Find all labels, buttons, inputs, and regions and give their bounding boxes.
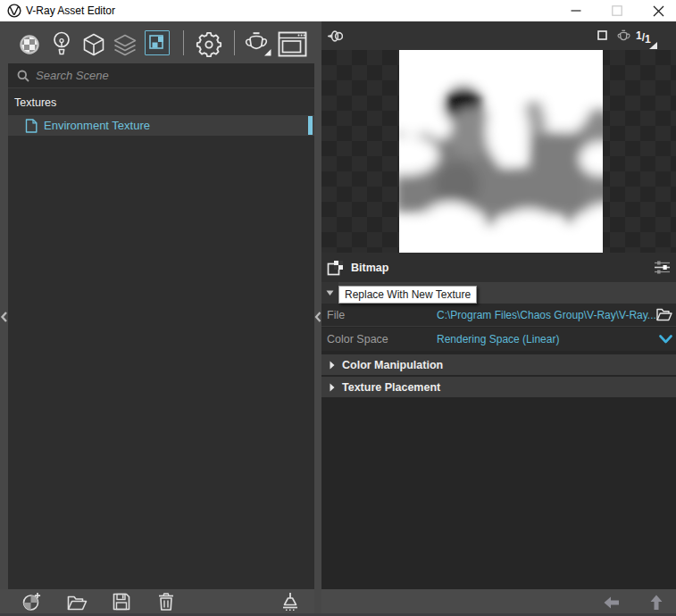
titlebar: V-Ray Asset Editor xyxy=(0,0,676,21)
file-row: File C:\Program Files\Chaos Group\V-Ray\… xyxy=(321,304,676,327)
maximize-button[interactable] xyxy=(604,0,630,21)
tooltip: Replace With New Texture xyxy=(338,286,477,304)
asset-label: Environment Texture xyxy=(44,119,150,132)
browse-folder-icon[interactable] xyxy=(656,308,672,321)
color-space-row: Color Space Rendering Space (Linear) xyxy=(321,328,676,351)
textures-icon xyxy=(148,34,166,52)
section-title: Color Manipulation xyxy=(342,359,443,371)
search-bar[interactable] xyxy=(8,63,314,88)
bitmap-icon xyxy=(326,258,346,278)
preview-teapot-icon[interactable] xyxy=(615,29,632,42)
dropdown-arrow-icon xyxy=(326,290,334,296)
toolbar-separator xyxy=(234,30,235,55)
asset-row-environment-texture[interactable]: Environment Texture xyxy=(8,115,314,136)
section-color-manipulation[interactable]: Color Manipulation xyxy=(321,354,676,375)
bitmap-title: Bitmap xyxy=(351,262,388,274)
purge-broom-icon[interactable] xyxy=(281,592,299,612)
geometry-icon[interactable] xyxy=(82,33,105,56)
lights-icon[interactable] xyxy=(52,31,71,55)
texture-preview-area xyxy=(321,50,676,253)
asset-toolbar xyxy=(0,21,314,63)
vray-asset-editor-window: V-Ray Asset Editor xyxy=(0,0,676,616)
collapse-left-panel-strip[interactable] xyxy=(0,63,8,589)
textures-tab[interactable] xyxy=(145,30,170,55)
layers-icon[interactable] xyxy=(113,34,138,56)
bitmap-header: Bitmap xyxy=(321,253,676,282)
navigation-footer xyxy=(321,589,676,616)
expand-triangle-icon xyxy=(330,383,335,392)
materials-icon[interactable] xyxy=(19,34,40,55)
add-asset-icon[interactable] xyxy=(22,592,42,612)
texture-slot-dropdown-button[interactable] xyxy=(321,282,338,304)
selection-indicator xyxy=(308,116,313,135)
window-title: V-Ray Asset Editor xyxy=(26,4,115,17)
textures-group-header[interactable]: Textures xyxy=(8,89,314,115)
back-arrow-icon[interactable] xyxy=(604,596,619,609)
texture-preview-image[interactable] xyxy=(399,50,603,253)
maximize-icon xyxy=(612,5,622,16)
file-label: File xyxy=(327,309,345,321)
close-icon xyxy=(653,5,664,17)
texture-file-icon xyxy=(25,119,38,133)
search-input[interactable] xyxy=(36,69,286,82)
asset-list: Textures Environment Texture xyxy=(8,63,314,589)
asset-footer-toolbar xyxy=(0,589,314,616)
search-icon xyxy=(17,70,29,82)
collapse-left-chevron-icon xyxy=(0,311,8,323)
section-texture-placement[interactable]: Texture Placement xyxy=(321,377,676,397)
up-arrow-icon[interactable] xyxy=(650,595,663,610)
settings-icon[interactable] xyxy=(196,31,222,58)
vray-logo-icon xyxy=(7,4,21,18)
dropdown-chevron-icon[interactable] xyxy=(659,335,672,344)
panel-splitter[interactable] xyxy=(314,21,321,616)
toolbar-separator xyxy=(183,30,184,55)
save-icon[interactable] xyxy=(113,593,130,611)
color-space-label: Color Space xyxy=(327,333,388,345)
preview-plane-icon[interactable] xyxy=(597,30,607,40)
preview-header-controls: 1/1 xyxy=(321,21,676,50)
minimize-button[interactable] xyxy=(563,0,589,21)
properties-panel: 1/1 xyxy=(321,21,676,616)
collapse-right-chevron-icon xyxy=(314,311,321,323)
frame-buffer-icon[interactable] xyxy=(278,31,307,57)
minimize-icon xyxy=(571,5,581,16)
section-title: Texture Placement xyxy=(342,381,440,394)
close-button[interactable] xyxy=(645,0,672,21)
file-value[interactable]: C:\Program Files\Chaos Group\V-Ray\V-Ray… xyxy=(437,309,656,321)
color-space-value[interactable]: Rendering Space (Linear) xyxy=(437,333,559,345)
trash-icon[interactable] xyxy=(158,593,174,611)
render-teapot-icon[interactable] xyxy=(243,31,271,57)
settings-sliders-icon[interactable] xyxy=(655,261,670,274)
preview-size-dropdown-icon[interactable] xyxy=(649,42,657,49)
preview-header: 1/1 xyxy=(321,21,676,50)
asset-panel: Textures Environment Texture xyxy=(0,21,314,616)
textures-group-label: Textures xyxy=(14,96,56,109)
open-folder-icon[interactable] xyxy=(67,595,88,611)
expand-triangle-icon xyxy=(330,361,335,370)
